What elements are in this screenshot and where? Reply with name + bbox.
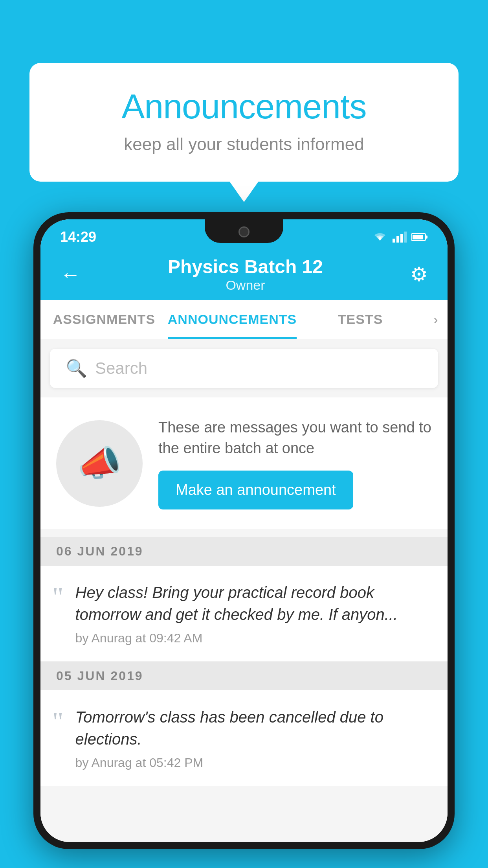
- announcement-meta-1: by Anurag at 09:42 AM: [75, 631, 432, 645]
- megaphone-icon: 📣: [77, 443, 121, 484]
- tab-assignments[interactable]: ASSIGNMENTS: [40, 300, 168, 339]
- date-divider-1: 06 JUN 2019: [40, 537, 448, 566]
- signal-icon: [393, 232, 407, 243]
- speech-bubble: Announcements keep all your students inf…: [29, 63, 459, 182]
- app-bar-title: Physics Batch 12: [168, 256, 323, 278]
- announcement-item-1[interactable]: " Hey class! Bring your practical record…: [40, 566, 448, 662]
- bubble-subtitle: keep all your students informed: [61, 134, 427, 154]
- back-button[interactable]: ←: [60, 263, 81, 286]
- promo-card: 📣 These are messages you want to send to…: [40, 397, 448, 529]
- wifi-icon: [372, 231, 388, 243]
- phone-screen: 14:29: [40, 219, 448, 842]
- promo-description: These are messages you want to send to t…: [158, 417, 432, 459]
- announcement-meta-2: by Anurag at 05:42 PM: [75, 756, 432, 770]
- announcement-text-1: Hey class! Bring your practical record b…: [75, 581, 432, 625]
- svg-rect-6: [413, 235, 423, 239]
- svg-rect-5: [426, 235, 427, 239]
- app-bar-title-area: Physics Batch 12 Owner: [168, 256, 323, 293]
- svg-rect-2: [400, 234, 403, 243]
- app-bar: ← Physics Batch 12 Owner ⚙: [40, 249, 448, 300]
- tab-announcements[interactable]: ANNOUNCEMENTS: [168, 300, 297, 339]
- announcement-item-2[interactable]: " Tomorrow's class has been cancelled du…: [40, 690, 448, 786]
- bubble-title: Announcements: [61, 86, 427, 127]
- speech-bubble-container: Announcements keep all your students inf…: [29, 63, 459, 182]
- search-placeholder: Search: [95, 359, 147, 378]
- date-divider-2: 05 JUN 2019: [40, 662, 448, 690]
- svg-rect-0: [393, 239, 395, 243]
- announcement-content-2: Tomorrow's class has been cancelled due …: [75, 706, 432, 770]
- status-time: 14:29: [60, 229, 96, 245]
- quote-icon-2: ": [52, 708, 64, 736]
- settings-icon[interactable]: ⚙: [410, 263, 428, 286]
- promo-text-area: These are messages you want to send to t…: [158, 417, 432, 509]
- battery-icon: [411, 232, 428, 242]
- app-bar-subtitle: Owner: [168, 278, 323, 293]
- search-icon: 🔍: [66, 358, 87, 379]
- tab-more[interactable]: ›: [424, 300, 448, 339]
- phone-outer: 14:29: [33, 212, 455, 849]
- notch: [205, 219, 283, 243]
- make-announcement-button[interactable]: Make an announcement: [158, 471, 353, 509]
- promo-icon-circle: 📣: [56, 420, 143, 507]
- svg-rect-3: [404, 232, 407, 243]
- svg-rect-1: [396, 236, 399, 243]
- tab-bar: ASSIGNMENTS ANNOUNCEMENTS TESTS ›: [40, 300, 448, 339]
- announcement-text-2: Tomorrow's class has been cancelled due …: [75, 706, 432, 750]
- phone: 14:29: [33, 212, 455, 868]
- announcement-content-1: Hey class! Bring your practical record b…: [75, 581, 432, 645]
- search-bar[interactable]: 🔍 Search: [50, 349, 438, 388]
- status-icons: [372, 231, 428, 243]
- tab-tests[interactable]: TESTS: [297, 300, 424, 339]
- content-area: 🔍 Search 📣 These are messages you want t…: [40, 339, 448, 842]
- camera: [238, 226, 250, 237]
- quote-icon-1: ": [52, 583, 64, 611]
